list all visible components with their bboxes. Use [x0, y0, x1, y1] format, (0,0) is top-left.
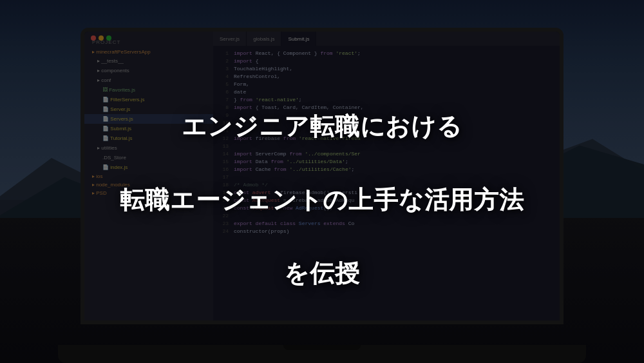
hero-text-block: エンジニア転職における 転職エージェントの上手な活用方法 を伝授 [120, 72, 524, 292]
text-overlay: エンジニア転職における 転職エージェントの上手な活用方法 を伝授 [0, 0, 644, 363]
hero-title: エンジニア転職における 転職エージェントの上手な活用方法 を伝授 [120, 72, 524, 292]
hero-title-line2: 転職エージェントの上手な活用方法 [120, 186, 524, 213]
hero-title-line3: を伝授 [284, 260, 359, 287]
hero-container: Project PROJECT ▸ minecraftPeServersApp … [0, 0, 644, 363]
hero-title-line1: エンジニア転職における [182, 113, 462, 140]
